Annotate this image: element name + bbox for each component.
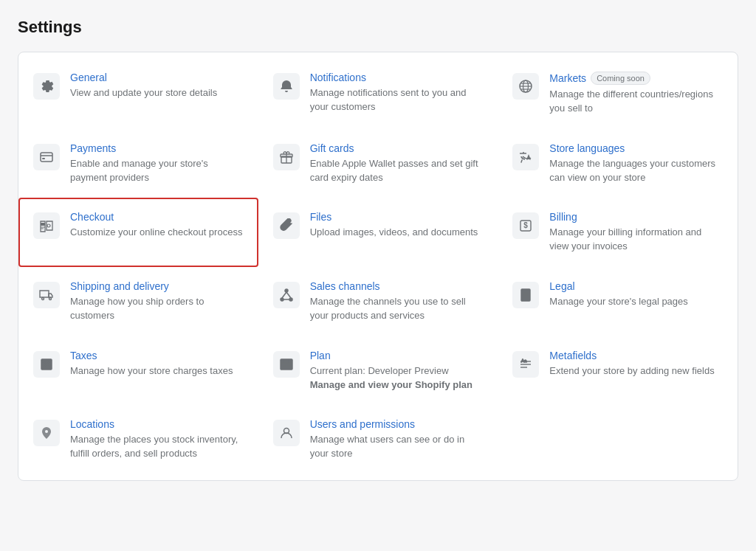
svg-point-16 [285,289,288,292]
settings-item-taxes[interactable]: TaxesManage how your store charges taxes [18,336,258,406]
plan-title[interactable]: Plan [310,350,484,361]
globe-icon [512,73,539,100]
checkout-title[interactable]: Checkout [70,211,244,223]
users-desc: Manage what users can see or do in your … [310,433,484,461]
gift-cards-title[interactable]: Gift cards [310,142,484,154]
payments-desc: Enable and manage your store's payment p… [70,157,244,185]
paperclip-icon [273,212,300,239]
taxes-link[interactable]: Taxes [70,350,97,361]
svg-point-29 [48,365,49,367]
settings-item-users[interactable]: Users and permissionsManage what users c… [258,405,498,474]
svg-text:$: $ [524,221,529,229]
gift-cards-link[interactable]: Gift cards [310,142,354,154]
plan-desc: Current plan: Developer PreviewManage an… [310,364,484,392]
files-title[interactable]: Files [310,211,484,223]
bell-icon [273,73,300,100]
settings-item-store-languages[interactable]: Store languagesManage the languages your… [498,129,738,198]
store-languages-title[interactable]: Store languages [549,142,723,154]
svg-text:Aa: Aa [521,358,527,362]
svg-point-17 [281,298,284,301]
users-title[interactable]: Users and permissions [310,418,484,430]
svg-point-15 [49,298,52,300]
settings-grid: GeneralView and update your store detail… [18,58,738,474]
metafields-icon: Aa [512,351,539,378]
page-title: Settings [18,18,738,37]
settings-item-shipping[interactable]: Shipping and deliveryManage how you ship… [18,267,258,336]
checkout-desc: Customize your online checkout process [70,226,244,240]
settings-item-metafields[interactable]: AaMetafieldsExtend your store by adding … [498,336,738,406]
settings-item-gift-cards[interactable]: Gift cardsEnable Apple Wallet passes and… [258,129,498,198]
general-link[interactable]: General [70,72,107,83]
notifications-desc: Manage notifications sent to you and you… [310,86,484,114]
general-title[interactable]: General [70,72,244,83]
billing-icon: $ [512,212,539,239]
plan-icon [273,351,300,378]
billing-link[interactable]: Billing [549,211,577,223]
settings-item-payments[interactable]: PaymentsEnable and manage your store's p… [18,129,258,198]
locations-title[interactable]: Locations [70,418,244,430]
svg-rect-7 [42,158,45,159]
translate-icon [512,144,539,170]
settings-item-notifications[interactable]: NotificationsManage notifications sent t… [258,58,498,129]
payments-link[interactable]: Payments [70,142,116,154]
notifications-title[interactable]: Notifications [310,72,484,83]
settings-item-general[interactable]: GeneralView and update your store detail… [18,58,258,129]
legal-title[interactable]: Legal [549,280,723,292]
settings-item-sales-channels[interactable]: Sales channelsManage the channels you us… [258,267,498,336]
shipping-link[interactable]: Shipping and delivery [70,280,169,292]
legal-desc: Manage your store's legal pages [549,295,723,309]
svg-point-14 [42,298,44,300]
legal-icon [512,282,539,308]
taxes-title[interactable]: Taxes [70,350,244,361]
shipping-desc: Manage how you ship orders to customers [70,295,244,323]
plan-link[interactable]: Plan [310,350,331,361]
checkout-link[interactable]: Checkout [70,211,114,223]
store-languages-link[interactable]: Store languages [549,142,625,154]
svg-rect-5 [41,153,52,162]
svg-point-28 [44,361,46,363]
payments-title[interactable]: Payments [70,142,244,154]
shipping-title[interactable]: Shipping and delivery [70,280,244,292]
gear-icon [33,73,60,100]
taxes-desc: Manage how your store charges taxes [70,364,244,378]
user-icon [273,420,300,446]
sales-channels-link[interactable]: Sales channels [310,280,380,292]
payment-icon [33,144,60,170]
svg-rect-10 [41,223,45,226]
users-link[interactable]: Users and permissions [310,418,415,430]
settings-item-checkout[interactable]: CheckoutCustomize your online checkout p… [18,198,258,267]
legal-link[interactable]: Legal [549,280,574,292]
channels-icon [273,282,300,308]
billing-desc: Manage your billing information and view… [549,226,723,254]
settings-item-markets[interactable]: MarketsComing soonManage the different c… [498,58,738,129]
settings-item-locations[interactable]: LocationsManage the places you stock inv… [18,405,258,474]
settings-item-billing[interactable]: $BillingManage your billing information … [498,198,738,267]
metafields-title[interactable]: Metafields [549,350,723,361]
sales-channels-desc: Manage the channels you use to sell your… [310,295,484,323]
billing-title[interactable]: Billing [549,211,723,223]
settings-item-files[interactable]: FilesUpload images, videos, and document… [258,198,498,267]
taxes-icon [33,351,60,378]
markets-link[interactable]: Markets [549,72,586,84]
location-icon [33,420,60,446]
locations-link[interactable]: Locations [70,418,114,430]
metafields-link[interactable]: Metafields [549,350,597,361]
files-link[interactable]: Files [310,211,332,223]
markets-desc: Manage the different countries/regions y… [549,88,723,116]
sales-channels-title[interactable]: Sales channels [310,280,484,292]
settings-item-plan[interactable]: PlanCurrent plan: Developer PreviewManag… [258,336,498,406]
files-desc: Upload images, videos, and documents [310,226,484,240]
svg-line-19 [282,292,286,298]
general-desc: View and update your store details [70,86,244,100]
settings-item-legal[interactable]: LegalManage your store's legal pages [498,267,738,336]
svg-rect-30 [281,359,292,370]
gift-icon [273,144,300,170]
markets-title[interactable]: MarketsComing soon [549,72,723,85]
store-languages-desc: Manage the languages your customers can … [549,157,723,185]
settings-card: GeneralView and update your store detail… [18,52,738,481]
locations-desc: Manage the places you stock inventory, f… [70,433,244,461]
svg-point-18 [289,298,292,301]
notifications-link[interactable]: Notifications [310,72,366,83]
truck-icon [33,282,60,308]
metafields-desc: Extend your store by adding new fields [549,364,723,378]
